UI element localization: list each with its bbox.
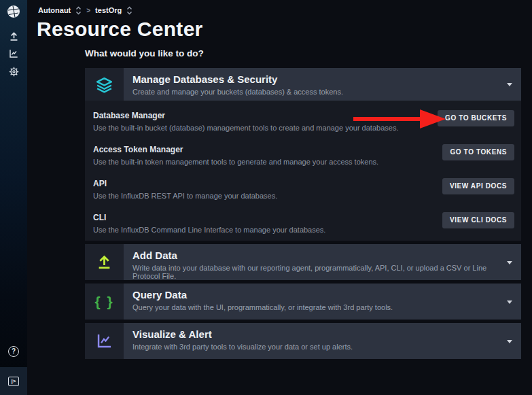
layers-icon: [85, 68, 124, 101]
breadcrumb-org[interactable]: Autonaut: [38, 6, 71, 14]
breadcrumb-separator: >: [86, 7, 90, 14]
card-query-data: { } Query Data Query your data with the …: [85, 284, 521, 320]
help-icon: ?: [8, 346, 19, 357]
gear-icon: [8, 66, 20, 78]
upload-icon: [8, 31, 20, 42]
sidebar-item-expand[interactable]: |>: [0, 367, 27, 395]
card-query-data-header[interactable]: { } Query Data Query your data with the …: [85, 284, 521, 320]
card-title: Visualize & Alert: [132, 328, 501, 340]
line-chart-icon: [85, 323, 124, 359]
sidebar-item-help[interactable]: ?: [0, 343, 27, 360]
page-subtitle: What would you like to do?: [85, 48, 204, 58]
card-title: Query Data: [132, 289, 501, 300]
sidebar-item-data-explorer[interactable]: [0, 45, 27, 63]
breadcrumb: Autonaut > testOrg: [38, 5, 132, 16]
chevron-down-icon[interactable]: [507, 340, 512, 343]
card-description: Write data into your database with our r…: [132, 264, 501, 280]
card-visualize-alert: Visualize & Alert Integrate with 3rd par…: [85, 323, 521, 359]
resource-center-cards: Manage Databases & Security Create and m…: [85, 68, 521, 362]
card-visualize-alert-header[interactable]: Visualize & Alert Integrate with 3rd par…: [85, 323, 521, 359]
section-cli: CLI Use the InfluxDB Command Line Interf…: [93, 207, 521, 241]
line-chart-icon: [8, 48, 19, 59]
sidebar: ? |>: [0, 0, 27, 395]
view-api-docs-button[interactable]: VIEW API DOCS: [442, 178, 514, 194]
card-manage-databases: Manage Databases & Security Create and m…: [85, 68, 521, 241]
card-add-data: Add Data Write data into your database w…: [85, 244, 521, 280]
breadcrumb-suborg[interactable]: testOrg: [95, 6, 122, 14]
go-to-buckets-button[interactable]: GO TO BUCKETS: [438, 110, 514, 126]
chevron-down-icon[interactable]: [507, 300, 512, 304]
influxdb-logo-icon[interactable]: [5, 3, 22, 20]
page-title: Resource Center: [37, 18, 203, 41]
section-access-token-manager: Access Token Manager Use the built-in to…: [93, 139, 521, 173]
suborg-dropdown-caret-icon[interactable]: [126, 6, 132, 15]
go-to-tokens-button[interactable]: GO TO TOKENS: [442, 144, 514, 160]
card-title: Add Data: [132, 250, 501, 261]
view-cli-docs-button[interactable]: VIEW CLI DOCS: [442, 212, 514, 228]
card-description: Create and manage your buckets (database…: [132, 88, 501, 96]
chevron-down-icon[interactable]: [507, 261, 512, 264]
card-description: Query your data with the UI, programmati…: [132, 303, 501, 311]
card-add-data-heading: Add Data Write data into your database w…: [124, 244, 521, 280]
chevron-down-icon[interactable]: [507, 83, 512, 86]
sidebar-item-load-data[interactable]: [0, 27, 27, 45]
card-manage-databases-header[interactable]: Manage Databases & Security Create and m…: [85, 68, 521, 101]
sidebar-item-settings[interactable]: [0, 63, 27, 80]
card-manage-databases-body: Database Manager Use the built-in bucket…: [85, 101, 521, 241]
braces-icon: { }: [85, 284, 124, 320]
section-api: API Use the InfluxDB REST API to manage …: [93, 173, 521, 207]
expand-sidebar-icon: |>: [8, 377, 19, 386]
card-query-data-heading: Query Data Query your data with the UI, …: [124, 284, 521, 320]
upload-icon: [85, 244, 124, 280]
org-dropdown-caret-icon[interactable]: [75, 6, 82, 15]
section-database-manager: Database Manager Use the built-in bucket…: [93, 105, 521, 139]
card-visualize-alert-heading: Visualize & Alert Integrate with 3rd par…: [124, 323, 521, 359]
card-manage-databases-heading: Manage Databases & Security Create and m…: [124, 68, 521, 101]
card-add-data-header[interactable]: Add Data Write data into your database w…: [85, 244, 521, 280]
card-title: Manage Databases & Security: [132, 73, 501, 85]
card-description: Integrate with 3rd party tools to visual…: [132, 343, 501, 351]
